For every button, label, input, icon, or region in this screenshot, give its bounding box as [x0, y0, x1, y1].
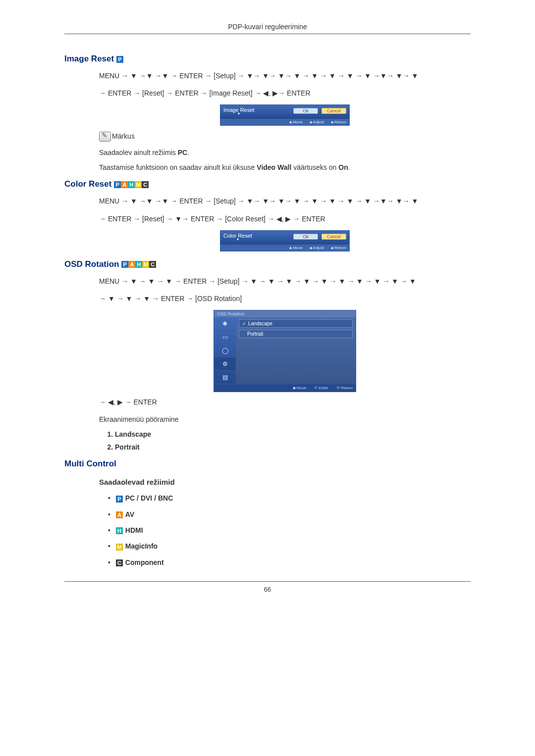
osd-tab-icon-selected[interactable]: ⚙ — [214, 357, 236, 371]
title-text: Image Reset — [64, 54, 114, 63]
osd-rotation-menu: OSD Rotation ✱ ▭ ◯ ⚙ ▤ Landscape Portrai… — [214, 310, 356, 392]
list-item: • C Component — [108, 558, 471, 566]
list-item: Landscape — [115, 430, 471, 438]
image-reset-path-1: MENU → ▼ →▼ →▼ → ENTER → [Setup] → ▼→ ▼→… — [99, 70, 471, 82]
page-number: 66 — [64, 581, 471, 593]
mode-label: PC / DVI / BNC — [125, 494, 173, 502]
osd-option-landscape[interactable]: Landscape — [239, 319, 353, 328]
mode-c-icon: C — [142, 181, 149, 188]
mode-label: AV — [125, 510, 134, 518]
osd-title: Image Reset ▾ — [223, 107, 254, 115]
osd-option-portrait[interactable]: Portrait — [239, 330, 353, 338]
mode-a-icon: A — [116, 511, 123, 518]
section-image-reset-title: Image Reset P — [64, 54, 471, 64]
list-item: • H HDMI — [108, 526, 471, 534]
mode-label: MagicInfo — [125, 542, 158, 550]
osd-ok-button[interactable]: Ok — [293, 234, 318, 240]
mode-p-icon: P — [121, 261, 128, 268]
osd-rotation-path-1: MENU → ▼ → ▼ → ▼ → ENTER → [Setup] → ▼ →… — [99, 275, 471, 288]
note-row: Märkus — [99, 132, 471, 142]
mode-list: • P PC / DVI / BNC • A AV • H HDMI • M M… — [99, 494, 471, 566]
mode-label: Component — [125, 558, 164, 566]
section-osd-rotation-title: OSD Rotation PAHMC — [64, 259, 471, 269]
osd-foot-move: ◆ Move — [293, 386, 307, 390]
list-item: • P PC / DVI / BNC — [108, 494, 471, 502]
section-color-reset-title: Color Reset PAHMC — [64, 179, 471, 189]
osd-rotation-path-2: → ▼ → ▼ → ▼ → ENTER → [OSD Rotation] — [99, 293, 471, 305]
mode-h-icon: H — [116, 527, 123, 534]
list-item: • A AV — [108, 510, 471, 518]
osd-foot-adjust: Adjust — [310, 120, 324, 124]
osd-cancel-button[interactable]: Cancel — [321, 234, 346, 240]
osd-foot-return: ↺ Return — [336, 386, 353, 390]
osd-image-reset: Image Reset ▾ Ok Cancel Move Adjust Retu… — [220, 104, 350, 126]
osd-foot-return: Return — [331, 120, 346, 124]
mode-a-icon: A — [121, 181, 128, 188]
mode-p-icon: P — [114, 181, 121, 188]
osd-foot-move: Move — [289, 246, 303, 250]
osd-tab-icon[interactable]: ◯ — [214, 344, 236, 357]
osd-rotation-desc: Ekraanimenüü pööramine — [99, 415, 471, 423]
mode-c-icon: C — [116, 559, 123, 566]
title-text: OSD Rotation — [64, 259, 119, 269]
mode-p-icon: P — [116, 496, 123, 503]
note-label: Märkus — [112, 132, 135, 140]
osd-rotation-after: → ◀, ▶ → ENTER — [99, 396, 471, 408]
color-reset-path-2: → ENTER → [Reset] → ▼→ ENTER → [Color Re… — [99, 213, 471, 225]
osd-title: Color Reset ▾ — [223, 233, 252, 241]
section-multi-control-title: Multi Control — [64, 459, 471, 469]
osd-foot-adjust: Adjust — [310, 246, 324, 250]
osd-cancel-button[interactable]: Cancel — [321, 108, 346, 114]
osd-foot-return: Return — [331, 246, 346, 250]
note-text-2: Taastamise funktsioon on saadav ainult k… — [99, 163, 471, 171]
color-reset-path-1: MENU → ▼ →▼ →▼ → ENTER → [Setup] → ▼→ ▼→… — [99, 195, 471, 207]
mode-a-icon: A — [128, 261, 135, 268]
image-reset-path-2: → ENTER → [Reset] → ENTER → [Image Reset… — [99, 87, 471, 100]
mode-m-icon: M — [142, 261, 149, 268]
osd-tab-icon[interactable]: ▭ — [214, 331, 236, 344]
osd-icon-column: ✱ ▭ ◯ ⚙ ▤ — [214, 317, 236, 384]
mode-m-icon: M — [116, 544, 123, 551]
mode-label: HDMI — [125, 526, 143, 534]
note-icon — [99, 132, 111, 142]
mode-p-icon: P — [116, 56, 123, 63]
osd-large-header: OSD Rotation — [214, 310, 356, 317]
available-modes-subtitle: Saadaolevad režiimid — [99, 478, 471, 486]
mode-h-icon: H — [128, 181, 135, 188]
mode-h-icon: H — [135, 261, 142, 268]
list-item: • M MagicInfo — [108, 542, 471, 550]
title-text: Color Reset — [64, 179, 111, 189]
osd-foot-move: Move — [289, 120, 303, 124]
mode-c-icon: C — [149, 261, 156, 268]
osd-tab-icon[interactable]: ✱ — [214, 317, 236, 331]
page-header: PDP-kuvari reguleerimine — [64, 20, 471, 34]
osd-foot-enter: ⏎ Enter — [314, 386, 328, 390]
list-item: Portrait — [115, 443, 471, 451]
osd-rotation-options-list: Landscape Portrait — [99, 430, 471, 451]
mode-m-icon: M — [135, 181, 142, 188]
note-text-1: Saadaolev ainult režiimis PC. — [99, 149, 471, 156]
osd-color-reset: Color Reset ▾ Ok Cancel Move Adjust Retu… — [220, 230, 350, 252]
osd-ok-button[interactable]: Ok — [293, 108, 318, 114]
osd-tab-icon[interactable]: ▤ — [214, 371, 236, 384]
